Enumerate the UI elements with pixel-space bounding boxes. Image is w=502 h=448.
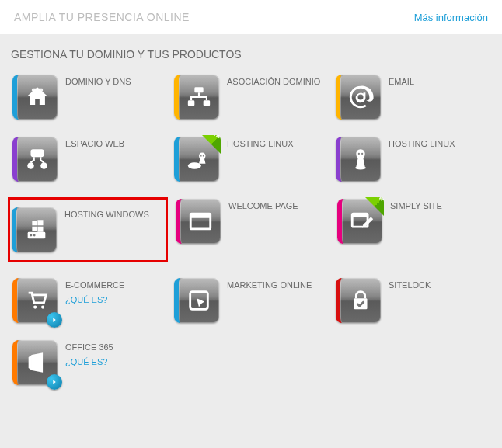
windows-server-icon	[12, 207, 57, 252]
card-asociacion-dominio[interactable]: ASOCIACIÓN DOMINIO	[173, 73, 328, 121]
card-label: SIMPLY SITE	[390, 199, 442, 211]
promo-banner: AMPLIA TU PRESENCIA ONLINE Más informaci…	[0, 0, 502, 34]
pencil-browser-icon	[337, 199, 382, 244]
card-email[interactable]: EMAIL	[334, 73, 490, 121]
browser-window-icon	[176, 199, 221, 244]
info-arrow-badge[interactable]	[47, 312, 62, 328]
at-icon	[336, 75, 381, 120]
card-label: OFFICE 365	[65, 340, 113, 352]
card-label: E-COMMERCE	[65, 278, 124, 290]
card-label: ASOCIACIÓN DOMINIO	[227, 75, 320, 87]
card-label: DOMINIO Y DNS	[65, 75, 131, 87]
card-label: HOSTING LINUX	[227, 137, 294, 149]
card-simply-site[interactable]: SIMPLY SITE	[336, 197, 491, 262]
svg-rect-1	[194, 87, 203, 92]
svg-point-11	[361, 153, 363, 155]
card-hosting-windows[interactable]: HOSTING WINDOWS	[8, 197, 168, 262]
card-espacio-web[interactable]: ESPACIO WEB	[11, 135, 166, 183]
svg-point-8	[200, 155, 202, 157]
card-label: WELCOME PAGE	[228, 199, 298, 211]
svg-point-9	[203, 155, 204, 157]
svg-rect-19	[352, 214, 368, 217]
svg-point-15	[33, 234, 36, 237]
svg-rect-3	[204, 100, 211, 106]
card-welcome-page[interactable]: WELCOME PAGE	[174, 197, 329, 262]
svg-point-10	[358, 153, 360, 155]
svg-rect-2	[188, 100, 195, 106]
card-label: EMAIL	[389, 75, 414, 87]
svg-point-21	[41, 305, 44, 308]
info-arrow-badge[interactable]	[47, 374, 62, 390]
card-hosting-linux[interactable]: HOSTING LINUX	[334, 135, 490, 183]
svg-rect-0	[32, 89, 43, 92]
svg-point-5	[27, 162, 34, 169]
card-label: SITELOCK	[389, 278, 431, 290]
card-office365[interactable]: OFFICE 365 ¿QUÉ ES?	[11, 339, 166, 387]
cart-icon	[12, 278, 58, 323]
svg-point-20	[33, 305, 37, 308]
banner-title: AMPLIA TU PRESENCIA ONLINE	[14, 11, 190, 23]
card-label: ESPACIO WEB	[65, 137, 124, 149]
product-grid: DOMINIO Y DNS ASOCIACIÓN DOMINIO EMAIL E…	[0, 73, 502, 387]
lock-check-icon	[336, 278, 381, 323]
network-icon	[174, 75, 219, 120]
svg-point-6	[40, 162, 47, 169]
card-label: HOSTING WINDOWS	[64, 207, 149, 220]
svg-rect-4	[31, 149, 44, 157]
more-info-link[interactable]: Más información	[414, 12, 488, 23]
card-sitelock[interactable]: SITELOCK	[334, 276, 490, 325]
card-label: MARKETING ONLINE	[227, 278, 312, 290]
card-label: HOSTING LINUX	[389, 137, 455, 149]
svg-point-14	[30, 234, 33, 237]
what-is-link[interactable]: ¿QUÉ ES?	[65, 357, 113, 366]
server-nodes-icon	[12, 137, 58, 182]
penguin-cloud-icon	[174, 137, 219, 182]
penguin-icon	[336, 137, 381, 182]
svg-rect-17	[190, 214, 211, 218]
what-is-link[interactable]: ¿QUÉ ES?	[65, 295, 124, 304]
cursor-window-icon	[174, 278, 219, 323]
section-title: GESTIONA TU DOMINIO Y TUS PRODUCTOS	[0, 48, 502, 73]
svg-point-12	[355, 166, 366, 169]
office-icon	[12, 340, 58, 385]
card-ecommerce[interactable]: E-COMMERCE ¿QUÉ ES?	[11, 276, 166, 325]
card-marketing-online[interactable]: MARKETING ONLINE	[173, 276, 328, 325]
card-hosting-linux-new[interactable]: HOSTING LINUX	[173, 135, 328, 183]
card-dominio-dns[interactable]: DOMINIO Y DNS	[11, 73, 166, 121]
house-www-icon	[12, 75, 58, 120]
